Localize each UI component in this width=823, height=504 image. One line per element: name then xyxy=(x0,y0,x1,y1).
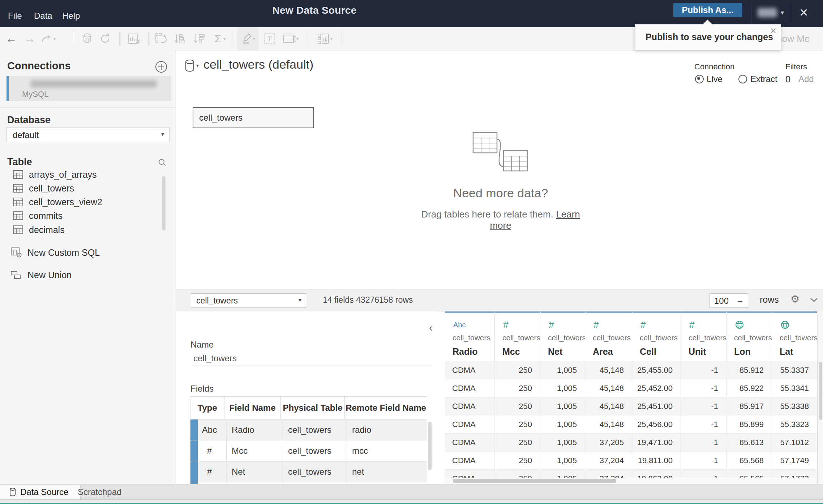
search-tables-icon[interactable] xyxy=(158,158,167,169)
row-count-input[interactable]: 100 → xyxy=(710,293,748,308)
grid-row: CDMA2501,00545,14825,452.00-185.92255.33… xyxy=(445,379,817,397)
add-connection-icon[interactable] xyxy=(155,60,168,75)
swap-rows-columns-icon[interactable] xyxy=(152,27,170,50)
grid-vertical-scrollbar[interactable] xyxy=(817,311,823,484)
abc-icon: Abc xyxy=(453,320,466,330)
table-icon xyxy=(13,170,23,179)
cancel-query-icon[interactable] xyxy=(124,27,144,50)
cylinder-icon xyxy=(9,488,16,496)
grid-col-lon[interactable]: cell_towers Lon xyxy=(726,311,772,361)
user-menu-name-redacted[interactable] xyxy=(758,8,777,17)
pause-auto-updates-icon[interactable] xyxy=(79,27,95,50)
redo-button[interactable]: → xyxy=(22,27,37,50)
show-hide-cards-icon[interactable]: ▾ xyxy=(312,27,338,50)
number-icon: # xyxy=(549,320,554,330)
tab-data-source[interactable]: Data Source xyxy=(0,485,81,499)
user-menu-caret-icon[interactable]: ▾ xyxy=(781,9,784,17)
grid-row: CDMA2501,00537,20419,811.00-165.56857.17… xyxy=(445,452,817,470)
new-custom-sql-button[interactable]: New Custom SQL xyxy=(11,245,155,260)
connection-item[interactable]: MySQL xyxy=(7,76,171,101)
grid-horizontal-scrollbar[interactable] xyxy=(445,478,817,484)
data-preview-grid: Abc cell_towers Radio # cell_towers Mcc … xyxy=(445,311,817,484)
preview-table-select[interactable]: cell_towers ▾ xyxy=(191,293,306,308)
preview-table-value: cell_towers xyxy=(196,296,238,306)
menu-help[interactable]: Help xyxy=(62,11,80,21)
collapse-preview-chevron-icon[interactable] xyxy=(809,297,819,305)
sort-ascending-icon[interactable] xyxy=(171,27,189,50)
table-item-decimals[interactable]: decimals xyxy=(13,223,150,237)
database-select[interactable]: default ▾ xyxy=(7,128,170,142)
menu-data[interactable]: Data xyxy=(34,11,52,21)
fields-table-header: Type Field Name Physical Table Remote Fi… xyxy=(190,397,427,419)
grid-row: CDMA2501,00545,14825,455.00-185.91255.33… xyxy=(445,361,817,379)
extract-label[interactable]: Extract xyxy=(750,74,777,84)
field-row-net[interactable]: # Net cell_towers net xyxy=(193,461,427,482)
refresh-icon[interactable] xyxy=(97,27,113,50)
table-icon xyxy=(13,198,23,206)
collapse-metadata-icon[interactable]: ‹ xyxy=(429,322,433,334)
table-item-arrays-of-arrays[interactable]: arrays_of_arrays xyxy=(13,168,150,181)
field-row-mcc[interactable]: # Mcc cell_towers mcc xyxy=(193,440,427,461)
connection-name-redacted xyxy=(30,80,157,87)
tooltip-close-icon[interactable]: × xyxy=(770,25,776,36)
grid-row: CDMA2501,00537,20419,863.00-165.56557.17… xyxy=(445,470,817,478)
preview-settings-gear-icon[interactable]: ⚙ xyxy=(790,293,800,305)
sort-descending-icon[interactable] xyxy=(190,27,208,50)
fit-icon[interactable]: ▾ xyxy=(279,27,302,50)
field-row-partial xyxy=(193,482,427,484)
filters-add-button[interactable]: Add xyxy=(798,74,814,84)
globe-icon xyxy=(780,320,790,330)
grid-horizontal-scrollbar-thumb[interactable] xyxy=(453,479,616,483)
chevron-down-icon: ▾ xyxy=(161,131,164,138)
menu-file[interactable]: File xyxy=(8,11,22,21)
undo-button[interactable]: ← xyxy=(3,27,20,50)
grid-col-lat[interactable]: cell_towers Lat xyxy=(772,311,817,361)
sidebar: Connections MySQL Database default ▾ Tab… xyxy=(0,51,176,484)
extract-radio[interactable] xyxy=(738,75,747,83)
datasource-cylinder-icon[interactable] xyxy=(185,60,195,73)
grid-col-area[interactable]: # cell_towers Area xyxy=(585,311,632,361)
logical-table-label: cell_towers xyxy=(199,113,243,123)
svg-text:T: T xyxy=(268,35,272,43)
table-item-commits[interactable]: commits xyxy=(13,209,150,223)
table-icon xyxy=(13,184,23,193)
grid-rows: CDMA2501,00545,14825,455.00-185.91255.33… xyxy=(445,361,817,478)
new-union-button[interactable]: New Union xyxy=(11,268,155,282)
toolbar-separator xyxy=(74,31,74,46)
grid-col-unit[interactable]: # cell_towers Unit xyxy=(681,311,726,361)
table-item-cell-towers-view2[interactable]: cell_towers_view2 xyxy=(13,195,150,209)
sidebar-scrollbar-thumb[interactable] xyxy=(162,176,166,231)
grid-col-radio[interactable]: Abc cell_towers Radio xyxy=(445,311,495,361)
grid-col-cell[interactable]: # cell_towers Cell xyxy=(632,311,681,361)
fields-table-scrollbar-thumb[interactable] xyxy=(428,422,432,470)
grid-col-net[interactable]: # cell_towers Net xyxy=(540,311,585,361)
toolbar-separator xyxy=(148,31,149,46)
highlight-icon[interactable]: ▾ xyxy=(237,27,259,50)
table-name-field[interactable]: cell_towers xyxy=(193,353,237,363)
live-radio[interactable] xyxy=(695,75,704,83)
grid-col-mcc[interactable]: # cell_towers Mcc xyxy=(495,311,540,361)
close-window-icon[interactable]: × xyxy=(800,5,808,20)
field-row-accent xyxy=(190,461,198,482)
tab-scratchpad[interactable]: Scratchpad xyxy=(78,485,121,499)
apply-row-count-icon[interactable]: → xyxy=(736,296,744,305)
empty-state: Need more data? Drag tables here to rela… xyxy=(410,130,591,231)
table-item-cell-towers[interactable]: cell_towers xyxy=(13,181,150,195)
field-row-radio[interactable]: Abc Radio cell_towers radio xyxy=(193,419,427,440)
live-label[interactable]: Live xyxy=(707,74,723,84)
publish-as-button[interactable]: Publish As... xyxy=(673,3,742,17)
replay-button[interactable]: ▾ xyxy=(38,27,59,50)
grid-vertical-scrollbar-thumb[interactable] xyxy=(819,362,822,420)
connection-type: MySQL xyxy=(22,90,48,99)
database-header: Database xyxy=(7,115,51,126)
datasource-title[interactable]: cell_towers (default) xyxy=(203,57,313,72)
number-icon: # xyxy=(503,320,508,330)
datasource-caret-icon[interactable]: ▾ xyxy=(196,63,199,68)
logical-table-card[interactable]: cell_towers xyxy=(193,107,314,128)
field-row-accent xyxy=(190,419,198,440)
grid-header-row: Abc cell_towers Radio # cell_towers Mcc … xyxy=(445,311,817,361)
totals-icon[interactable]: Σ▾ xyxy=(210,27,231,50)
globe-icon xyxy=(735,320,744,330)
label-icon[interactable]: T xyxy=(261,27,278,50)
number-icon: # xyxy=(640,320,646,330)
